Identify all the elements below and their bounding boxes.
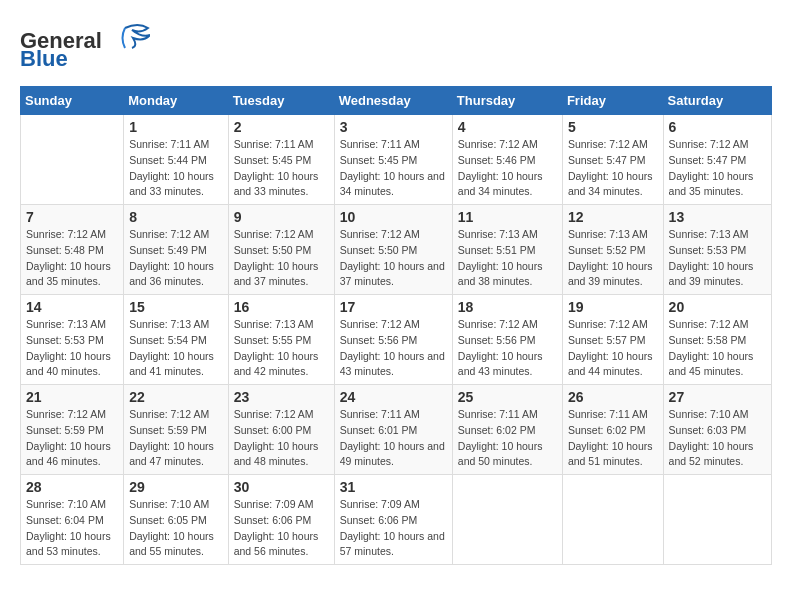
day-info: Sunrise: 7:11 AMSunset: 5:45 PMDaylight:… bbox=[234, 137, 329, 200]
calendar-cell: 10Sunrise: 7:12 AMSunset: 5:50 PMDayligh… bbox=[334, 205, 452, 295]
page-header: General Blue bbox=[20, 20, 772, 70]
calendar-cell: 14Sunrise: 7:13 AMSunset: 5:53 PMDayligh… bbox=[21, 295, 124, 385]
day-number: 20 bbox=[669, 299, 766, 315]
day-info: Sunrise: 7:12 AMSunset: 5:59 PMDaylight:… bbox=[129, 407, 222, 470]
day-number: 14 bbox=[26, 299, 118, 315]
calendar-cell: 11Sunrise: 7:13 AMSunset: 5:51 PMDayligh… bbox=[452, 205, 562, 295]
calendar-cell: 1Sunrise: 7:11 AMSunset: 5:44 PMDaylight… bbox=[124, 115, 228, 205]
week-row-5: 28Sunrise: 7:10 AMSunset: 6:04 PMDayligh… bbox=[21, 475, 772, 565]
header-monday: Monday bbox=[124, 87, 228, 115]
day-number: 30 bbox=[234, 479, 329, 495]
day-info: Sunrise: 7:12 AMSunset: 5:56 PMDaylight:… bbox=[340, 317, 447, 380]
day-info: Sunrise: 7:11 AMSunset: 6:01 PMDaylight:… bbox=[340, 407, 447, 470]
day-info: Sunrise: 7:12 AMSunset: 5:56 PMDaylight:… bbox=[458, 317, 557, 380]
calendar-cell bbox=[663, 475, 771, 565]
calendar-cell: 24Sunrise: 7:11 AMSunset: 6:01 PMDayligh… bbox=[334, 385, 452, 475]
calendar-cell: 8Sunrise: 7:12 AMSunset: 5:49 PMDaylight… bbox=[124, 205, 228, 295]
day-number: 7 bbox=[26, 209, 118, 225]
logo: General Blue bbox=[20, 20, 150, 70]
day-info: Sunrise: 7:12 AMSunset: 5:47 PMDaylight:… bbox=[568, 137, 658, 200]
day-info: Sunrise: 7:11 AMSunset: 6:02 PMDaylight:… bbox=[568, 407, 658, 470]
day-number: 28 bbox=[26, 479, 118, 495]
day-number: 11 bbox=[458, 209, 557, 225]
day-info: Sunrise: 7:11 AMSunset: 5:44 PMDaylight:… bbox=[129, 137, 222, 200]
calendar-cell: 30Sunrise: 7:09 AMSunset: 6:06 PMDayligh… bbox=[228, 475, 334, 565]
day-number: 3 bbox=[340, 119, 447, 135]
svg-text:Blue: Blue bbox=[20, 46, 68, 70]
day-number: 13 bbox=[669, 209, 766, 225]
calendar-cell: 26Sunrise: 7:11 AMSunset: 6:02 PMDayligh… bbox=[562, 385, 663, 475]
day-info: Sunrise: 7:12 AMSunset: 5:57 PMDaylight:… bbox=[568, 317, 658, 380]
day-number: 9 bbox=[234, 209, 329, 225]
day-info: Sunrise: 7:11 AMSunset: 6:02 PMDaylight:… bbox=[458, 407, 557, 470]
calendar-cell: 2Sunrise: 7:11 AMSunset: 5:45 PMDaylight… bbox=[228, 115, 334, 205]
day-info: Sunrise: 7:12 AMSunset: 6:00 PMDaylight:… bbox=[234, 407, 329, 470]
calendar-cell: 12Sunrise: 7:13 AMSunset: 5:52 PMDayligh… bbox=[562, 205, 663, 295]
calendar-cell: 3Sunrise: 7:11 AMSunset: 5:45 PMDaylight… bbox=[334, 115, 452, 205]
calendar-cell: 18Sunrise: 7:12 AMSunset: 5:56 PMDayligh… bbox=[452, 295, 562, 385]
calendar-cell: 28Sunrise: 7:10 AMSunset: 6:04 PMDayligh… bbox=[21, 475, 124, 565]
calendar-cell: 7Sunrise: 7:12 AMSunset: 5:48 PMDaylight… bbox=[21, 205, 124, 295]
day-info: Sunrise: 7:13 AMSunset: 5:54 PMDaylight:… bbox=[129, 317, 222, 380]
day-number: 22 bbox=[129, 389, 222, 405]
calendar-cell: 17Sunrise: 7:12 AMSunset: 5:56 PMDayligh… bbox=[334, 295, 452, 385]
day-info: Sunrise: 7:12 AMSunset: 5:50 PMDaylight:… bbox=[234, 227, 329, 290]
calendar-cell: 31Sunrise: 7:09 AMSunset: 6:06 PMDayligh… bbox=[334, 475, 452, 565]
calendar-cell: 6Sunrise: 7:12 AMSunset: 5:47 PMDaylight… bbox=[663, 115, 771, 205]
header-tuesday: Tuesday bbox=[228, 87, 334, 115]
day-number: 27 bbox=[669, 389, 766, 405]
day-info: Sunrise: 7:13 AMSunset: 5:52 PMDaylight:… bbox=[568, 227, 658, 290]
day-info: Sunrise: 7:13 AMSunset: 5:55 PMDaylight:… bbox=[234, 317, 329, 380]
calendar-cell: 16Sunrise: 7:13 AMSunset: 5:55 PMDayligh… bbox=[228, 295, 334, 385]
calendar-cell bbox=[21, 115, 124, 205]
header-sunday: Sunday bbox=[21, 87, 124, 115]
header-wednesday: Wednesday bbox=[334, 87, 452, 115]
day-number: 25 bbox=[458, 389, 557, 405]
day-info: Sunrise: 7:10 AMSunset: 6:04 PMDaylight:… bbox=[26, 497, 118, 560]
day-info: Sunrise: 7:09 AMSunset: 6:06 PMDaylight:… bbox=[340, 497, 447, 560]
day-number: 26 bbox=[568, 389, 658, 405]
calendar-header-row: SundayMondayTuesdayWednesdayThursdayFrid… bbox=[21, 87, 772, 115]
week-row-4: 21Sunrise: 7:12 AMSunset: 5:59 PMDayligh… bbox=[21, 385, 772, 475]
calendar-table: SundayMondayTuesdayWednesdayThursdayFrid… bbox=[20, 86, 772, 565]
calendar-cell bbox=[562, 475, 663, 565]
calendar-cell: 13Sunrise: 7:13 AMSunset: 5:53 PMDayligh… bbox=[663, 205, 771, 295]
calendar-cell: 21Sunrise: 7:12 AMSunset: 5:59 PMDayligh… bbox=[21, 385, 124, 475]
day-info: Sunrise: 7:13 AMSunset: 5:53 PMDaylight:… bbox=[26, 317, 118, 380]
calendar-cell: 19Sunrise: 7:12 AMSunset: 5:57 PMDayligh… bbox=[562, 295, 663, 385]
day-info: Sunrise: 7:12 AMSunset: 5:46 PMDaylight:… bbox=[458, 137, 557, 200]
calendar-cell: 15Sunrise: 7:13 AMSunset: 5:54 PMDayligh… bbox=[124, 295, 228, 385]
logo-svg: General Blue bbox=[20, 20, 150, 70]
day-number: 4 bbox=[458, 119, 557, 135]
day-info: Sunrise: 7:12 AMSunset: 5:49 PMDaylight:… bbox=[129, 227, 222, 290]
header-saturday: Saturday bbox=[663, 87, 771, 115]
day-info: Sunrise: 7:10 AMSunset: 6:03 PMDaylight:… bbox=[669, 407, 766, 470]
day-number: 15 bbox=[129, 299, 222, 315]
day-number: 8 bbox=[129, 209, 222, 225]
calendar-cell: 4Sunrise: 7:12 AMSunset: 5:46 PMDaylight… bbox=[452, 115, 562, 205]
day-number: 31 bbox=[340, 479, 447, 495]
day-number: 17 bbox=[340, 299, 447, 315]
day-number: 2 bbox=[234, 119, 329, 135]
day-number: 19 bbox=[568, 299, 658, 315]
calendar-cell: 5Sunrise: 7:12 AMSunset: 5:47 PMDaylight… bbox=[562, 115, 663, 205]
calendar-cell bbox=[452, 475, 562, 565]
day-number: 6 bbox=[669, 119, 766, 135]
day-number: 21 bbox=[26, 389, 118, 405]
day-number: 18 bbox=[458, 299, 557, 315]
header-friday: Friday bbox=[562, 87, 663, 115]
calendar-cell: 29Sunrise: 7:10 AMSunset: 6:05 PMDayligh… bbox=[124, 475, 228, 565]
header-thursday: Thursday bbox=[452, 87, 562, 115]
day-number: 1 bbox=[129, 119, 222, 135]
day-info: Sunrise: 7:12 AMSunset: 5:59 PMDaylight:… bbox=[26, 407, 118, 470]
calendar-cell: 22Sunrise: 7:12 AMSunset: 5:59 PMDayligh… bbox=[124, 385, 228, 475]
calendar-cell: 9Sunrise: 7:12 AMSunset: 5:50 PMDaylight… bbox=[228, 205, 334, 295]
day-number: 16 bbox=[234, 299, 329, 315]
day-info: Sunrise: 7:12 AMSunset: 5:47 PMDaylight:… bbox=[669, 137, 766, 200]
day-info: Sunrise: 7:12 AMSunset: 5:48 PMDaylight:… bbox=[26, 227, 118, 290]
day-number: 5 bbox=[568, 119, 658, 135]
day-info: Sunrise: 7:13 AMSunset: 5:51 PMDaylight:… bbox=[458, 227, 557, 290]
day-number: 24 bbox=[340, 389, 447, 405]
calendar-cell: 27Sunrise: 7:10 AMSunset: 6:03 PMDayligh… bbox=[663, 385, 771, 475]
week-row-2: 7Sunrise: 7:12 AMSunset: 5:48 PMDaylight… bbox=[21, 205, 772, 295]
